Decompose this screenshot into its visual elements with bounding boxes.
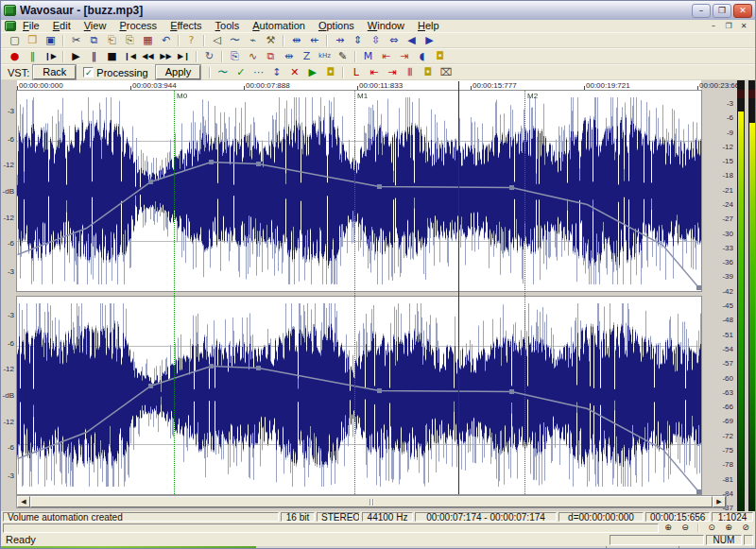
zoom-out-vertical-button[interactable]: ⇳ [367, 33, 385, 48]
zoom-out-button[interactable]: ⊖ [678, 523, 693, 533]
mdi-minimize-button[interactable]: – [706, 21, 721, 32]
marker-lock-button[interactable]: ◘ [419, 65, 437, 80]
loop-points-button[interactable]: L [347, 65, 365, 80]
ruler-timestamp: 00:00:03:944 [132, 81, 177, 90]
zoom-out-horizontal-button[interactable]: ⇷ [305, 33, 323, 48]
menu-help[interactable]: Help [411, 20, 446, 32]
lock-button[interactable]: ◘ [431, 49, 449, 64]
meter-scale-label: -66 [701, 403, 733, 411]
settings-button[interactable]: ⚒ [262, 33, 280, 48]
rewind-button[interactable]: ◀◀ [139, 49, 157, 64]
next-marker-button[interactable]: ⇥ [395, 49, 413, 64]
waveform-left-channel[interactable] [17, 91, 701, 291]
marker-line-m1[interactable] [354, 91, 355, 494]
pause-button[interactable]: ‖ [85, 49, 103, 64]
zoom-fit-button[interactable]: ⇔ [385, 33, 403, 48]
envelope-apply-button[interactable]: ✓ [232, 65, 249, 80]
zoom-vertical-out-button[interactable]: ⊘ [738, 523, 753, 533]
envelope-preview-button[interactable]: ▶ [303, 65, 321, 80]
time-ruler[interactable]: 00:00:00:00000:00:03:94400:00:07:88800:0… [17, 80, 701, 90]
record-button[interactable]: ● [6, 49, 24, 64]
envelope-draw-button[interactable]: 〜 [214, 65, 232, 80]
scroll-right-arrow[interactable]: ▶ [713, 496, 726, 507]
menu-effects[interactable]: Effects [163, 20, 208, 32]
delete-markers-button[interactable]: ⌧ [437, 65, 455, 80]
play-button[interactable]: ▶ [67, 49, 85, 64]
zoom-selection-button[interactable]: ⇸ [331, 33, 349, 48]
separator [178, 35, 180, 46]
marker-line-m2[interactable] [524, 91, 525, 494]
scrollbar-thumb[interactable] [30, 496, 713, 507]
level-meter-right [748, 80, 756, 511]
menu-options[interactable]: Options [312, 20, 361, 32]
batch-convert-button[interactable]: ⎘ [226, 49, 244, 64]
curve-tool-button[interactable]: 〜 [226, 33, 244, 48]
loop-button[interactable]: ↻ [200, 49, 218, 64]
document-icon[interactable] [5, 21, 16, 31]
zoom-in-horizontal-button[interactable]: ⇹ [287, 33, 305, 48]
mute-button[interactable]: ◁ [208, 33, 226, 48]
scroll-left-arrow[interactable]: ◀ [17, 496, 30, 507]
previous-marker-button[interactable]: ⇤ [377, 49, 395, 64]
zoom-wave-button[interactable]: ⇹ [280, 49, 298, 64]
play-from-cursor-button[interactable]: ❙▶ [42, 49, 60, 64]
marker-shift-left-button[interactable]: ⇤ [365, 65, 383, 80]
trim-button[interactable]: ▦ [139, 33, 157, 48]
menu-process[interactable]: Process [112, 20, 163, 32]
help-button[interactable]: ? [182, 33, 200, 48]
open-file-button[interactable]: ❒ [24, 33, 42, 48]
cut-button[interactable]: ✂ [67, 33, 85, 48]
save-button[interactable]: ▣ [42, 33, 60, 48]
vst-apply-button[interactable]: Apply [156, 65, 201, 79]
previous-view-button[interactable]: ◀ [403, 33, 421, 48]
processing-label: Processing [96, 67, 147, 78]
processing-checkbox[interactable]: ✓ [83, 67, 94, 77]
menu-automation[interactable]: Automation [246, 20, 312, 32]
speaker-button[interactable]: ◖ [413, 49, 431, 64]
envelope-points-button[interactable]: ⋯ [249, 65, 267, 80]
pencil-button[interactable]: ✎ [334, 49, 352, 64]
add-marker-button[interactable]: M [359, 49, 377, 64]
record-pause-button[interactable]: ‖ [24, 49, 42, 64]
fast-forward-button[interactable]: ▶▶ [157, 49, 175, 64]
copy-button[interactable]: ⧉ [85, 33, 103, 48]
menu-tools[interactable]: Tools [209, 20, 247, 32]
stop-button[interactable]: ■ [103, 49, 121, 64]
menu-file[interactable]: File [16, 20, 46, 32]
envelope-lock-button[interactable]: ◘ [321, 65, 339, 80]
marker-line-m0[interactable] [174, 91, 175, 494]
analysis-button[interactable]: ∿ [244, 49, 262, 64]
marker-shift-right-button[interactable]: ⇥ [383, 65, 401, 80]
vst-label: VST: [8, 67, 29, 78]
menu-window[interactable]: Window [361, 20, 411, 32]
copy-special-button[interactable]: ⧉ [262, 49, 280, 64]
mdi-close-button[interactable]: ✕ [736, 21, 751, 32]
horizontal-scrollbar[interactable]: ◀ ▶ [16, 495, 727, 508]
minimize-button[interactable]: – [692, 4, 711, 18]
goto-end-button[interactable]: ▶❙ [175, 49, 193, 64]
close-button[interactable]: ✕ [733, 4, 752, 18]
zoom-in-vertical-button[interactable]: ⇕ [349, 33, 367, 48]
undo-button[interactable]: ↶ [157, 33, 175, 48]
paste-button[interactable]: ⎗ [103, 33, 121, 48]
zoom-in-button[interactable]: ⊕ [661, 523, 676, 533]
new-file-button[interactable]: ▢ [6, 33, 24, 48]
paste-mix-button[interactable]: ⎘ [121, 33, 139, 48]
menu-edit[interactable]: Edit [46, 20, 77, 32]
zoom-vertical-in-button[interactable]: ⊕ [721, 523, 736, 533]
menu-view[interactable]: View [77, 20, 113, 32]
envelope-scale-button[interactable]: ↕ [267, 65, 285, 80]
zero-cross-button[interactable]: Z [298, 49, 316, 64]
resample-button[interactable]: kHz [316, 49, 334, 64]
envelope-delete-button[interactable]: ✕ [285, 65, 303, 80]
zoom-selection-button[interactable]: ⊙ [704, 523, 719, 533]
mdi-restore-button[interactable]: ❐ [721, 21, 736, 32]
restore-button[interactable]: ❐ [713, 4, 731, 18]
waveform-right-channel[interactable] [17, 297, 701, 494]
goto-start-button[interactable]: ❙◀ [121, 49, 139, 64]
ready-status: Ready [3, 535, 608, 545]
next-view-button[interactable]: ▶ [421, 33, 438, 48]
vst-rack-button[interactable]: Rack [33, 65, 76, 79]
snap-tool-button[interactable]: ⌁ [244, 33, 262, 48]
marker-waveform-button[interactable]: ⫴ [401, 65, 419, 80]
